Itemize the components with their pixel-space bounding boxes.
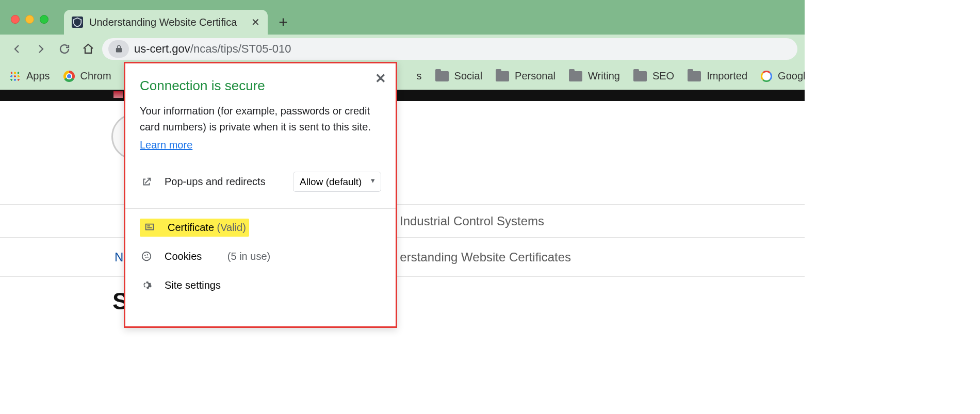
bookmark-folder-seo[interactable]: SEO (633, 70, 674, 82)
window-controls (0, 0, 48, 24)
gear-icon (140, 279, 153, 291)
address-bar[interactable]: us-cert.gov/ncas/tips/ST05-010 (102, 38, 797, 60)
bookmark-label: Writing (588, 70, 620, 82)
certificate-status: (Valid) (217, 222, 246, 234)
url-path: /ncas/tips/ST05-010 (190, 42, 291, 55)
folder-icon (688, 71, 701, 81)
svg-point-3 (145, 257, 146, 258)
bookmark-label: Chrom (80, 70, 111, 82)
window-titlebar: Understanding Website Certifica ✕ + (0, 0, 805, 35)
url-text: us-cert.gov/ncas/tips/ST05-010 (134, 42, 291, 56)
apps-shortcut[interactable]: Apps (9, 70, 50, 82)
cookies-status: (5 in use) (227, 251, 270, 262)
svg-point-0 (142, 252, 151, 261)
close-tab-icon[interactable]: ✕ (251, 16, 260, 28)
folder-icon (435, 71, 449, 81)
gov-banner (0, 90, 805, 101)
svg-point-1 (144, 255, 145, 256)
forward-button[interactable] (31, 39, 51, 59)
tab-title: Understanding Website Certifica (89, 16, 237, 28)
google-icon (761, 71, 772, 82)
bookmark-folder-writing[interactable]: Writing (569, 70, 620, 82)
new-tab-button[interactable]: + (273, 12, 293, 32)
svg-point-2 (147, 254, 148, 255)
bookmark-label: Social (454, 70, 482, 82)
bookmark-folder-social[interactable]: Social (435, 70, 482, 82)
url-host: us-cert.gov (134, 42, 190, 55)
site-settings-label: Site settings (165, 279, 221, 291)
site-info-button[interactable] (108, 40, 129, 58)
browser-tab[interactable]: Understanding Website Certifica ✕ (64, 10, 268, 35)
home-button[interactable] (78, 39, 98, 59)
close-window-button[interactable] (11, 15, 20, 24)
favicon-icon (72, 16, 83, 28)
bookmark-label: SEO (652, 70, 674, 82)
bookmark-label: Google (778, 70, 805, 82)
bookmark-chrome[interactable]: Chrom (63, 70, 111, 82)
bookmark-folder-imported[interactable]: Imported (688, 70, 747, 82)
reload-button[interactable] (55, 39, 74, 59)
maximize-window-button[interactable] (40, 15, 48, 24)
toolbar: us-cert.gov/ncas/tips/ST05-010 (0, 35, 805, 63)
breadcrumb-current: erstanding Website Certificates (400, 250, 571, 264)
breadcrumb-link[interactable]: N (115, 250, 123, 264)
apps-label: Apps (26, 70, 50, 82)
certificate-label: Certificate (168, 222, 214, 234)
certificate-icon (143, 222, 156, 234)
bookmark-google[interactable]: Google (761, 70, 805, 82)
bookmarks-bar: Apps Chrom s Social Personal Writing SEO… (0, 63, 805, 90)
page-content: Industrial Control Systems N erstanding … (0, 90, 805, 339)
svg-point-4 (148, 257, 149, 258)
back-button[interactable] (7, 39, 27, 59)
lock-icon (115, 44, 123, 53)
learn-more-link[interactable]: Learn more (140, 139, 192, 151)
cookies-label: Cookies (165, 251, 202, 262)
popups-redirects-label: Pop-ups and redirects (165, 176, 266, 188)
popup-icon (140, 176, 153, 188)
bookmark-folder-personal[interactable]: Personal (496, 70, 556, 82)
folder-icon (496, 71, 509, 81)
cookie-icon (140, 251, 153, 262)
site-settings-row[interactable]: Site settings (140, 271, 381, 300)
chrome-icon (63, 71, 75, 82)
folder-icon (633, 71, 647, 81)
cookies-row[interactable]: Cookies (5 in use) (140, 242, 381, 271)
page-title: S (0, 287, 805, 315)
bookmark-partial: s (417, 70, 422, 82)
apps-icon (9, 71, 21, 82)
tabstrip: Understanding Website Certifica ✕ + (64, 0, 293, 35)
nav-item-ics[interactable]: Industrial Control Systems (0, 204, 805, 238)
connection-status-title: Connection is secure (140, 78, 381, 94)
bookmark-label: Imported (707, 70, 747, 82)
site-info-popup: ✕ Connection is secure Your information … (124, 62, 397, 328)
popups-redirects-select[interactable]: Allow (default) (293, 172, 381, 192)
breadcrumb: N erstanding Website Certificates (0, 238, 805, 277)
us-flag-icon (113, 91, 123, 98)
close-popup-button[interactable]: ✕ (375, 71, 386, 87)
certificate-row[interactable]: Certificate (Valid) (140, 213, 381, 242)
folder-icon (569, 71, 582, 81)
connection-description: Your information (for example, passwords… (140, 103, 381, 135)
bookmark-label: Personal (515, 70, 556, 82)
minimize-window-button[interactable] (25, 15, 34, 24)
